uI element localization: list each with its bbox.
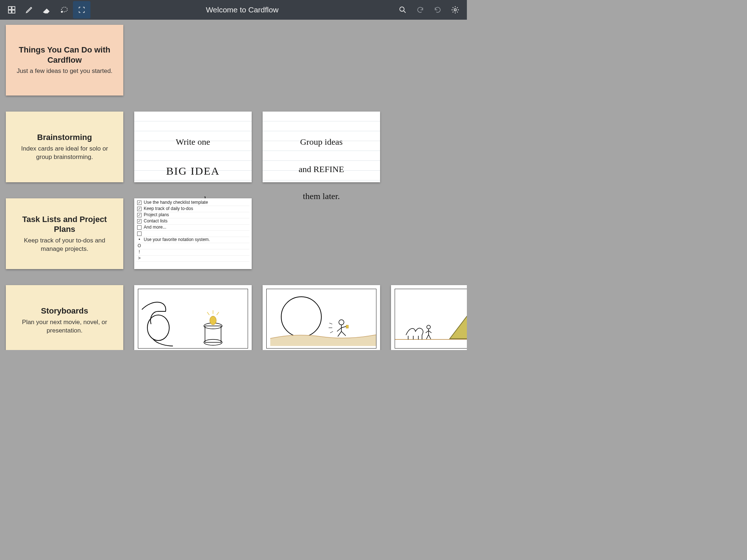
checkbox-icon: [137, 225, 142, 230]
list-item-label: Use the handy checklist template: [144, 199, 208, 206]
hand-line: them later.: [303, 191, 340, 201]
list-item-label: Project plans: [144, 212, 169, 218]
redo-icon: [433, 5, 442, 14]
hand-line: Write one: [176, 137, 210, 147]
eraser-icon: [42, 5, 51, 15]
brainstorm-label-card[interactable]: Brainstorming Index cards are ideal for …: [6, 112, 123, 182]
eraser-button[interactable]: [38, 1, 55, 19]
storyboard-card-3[interactable]: The intrepid explorer takes in the view: [391, 285, 467, 350]
grid-button[interactable]: [3, 1, 20, 19]
storyboards-label-card[interactable]: Storyboards Plan your next movie, novel,…: [6, 285, 123, 350]
storyboard-frame: [138, 289, 248, 349]
brainstorm-subtitle: Index cards are ideal for solo or group …: [13, 145, 116, 162]
brainstorm-title: Brainstorming: [37, 132, 92, 143]
page-title: Welcome to Cardflow: [90, 5, 394, 14]
brainstorm-card-1[interactable]: Write one BIG IDEA per card.: [134, 112, 252, 182]
storyboards-subtitle: Plan your next movie, novel, or presenta…: [13, 318, 116, 335]
toolbar: Welcome to Cardflow: [0, 0, 467, 20]
storyboard-card-1[interactable]: The intrepid explorer discovers the lost…: [134, 285, 252, 350]
brainstorm-card-2[interactable]: Group ideas and REFINE them later.: [263, 112, 380, 182]
handwriting: Group ideas and REFINE them later.: [263, 112, 380, 203]
storyboard-drawing: [138, 289, 248, 348]
intro-card[interactable]: Things You Can Do with Cardflow Just a f…: [6, 25, 123, 96]
settings-button[interactable]: [446, 1, 464, 19]
undo-button[interactable]: [411, 1, 429, 19]
checkbox-icon: [137, 201, 142, 205]
gear-icon: [451, 5, 460, 14]
svg-rect-3: [12, 10, 15, 13]
search-icon: [398, 5, 407, 14]
svg-rect-2: [8, 10, 11, 13]
checkbox-icon: [137, 213, 142, 217]
checkbox-icon: [137, 219, 142, 223]
checkbox-icon: [137, 232, 142, 236]
intro-subtitle: Just a few ideas to get you started.: [17, 67, 113, 75]
svg-point-13: [339, 320, 344, 325]
storyboard-frame: [395, 289, 467, 349]
tasks-label-card[interactable]: Task Lists and Project Plans Keep track …: [6, 198, 123, 269]
storyboard-frame: [266, 289, 376, 349]
list-item: Use the handy checklist template: [136, 200, 249, 206]
bullet-icon: >: [137, 255, 142, 261]
list-item: •Use your favorite notation system.: [136, 237, 249, 243]
storyboards-title: Storyboards: [41, 306, 88, 316]
hand-line: BIG IDEA: [166, 165, 220, 177]
svg-rect-1: [12, 7, 15, 9]
bullet-icon: •: [137, 237, 142, 243]
handwriting: Write one BIG IDEA per card.: [134, 112, 252, 206]
svg-point-12: [281, 297, 321, 337]
list-item: And more...: [136, 225, 249, 231]
svg-rect-0: [8, 7, 11, 9]
hand-line: and REFINE: [299, 164, 344, 174]
search-button[interactable]: [394, 1, 411, 19]
pencil-button[interactable]: [20, 1, 38, 19]
lasso-icon: [59, 5, 69, 15]
list-item-label: Use your favorite notation system.: [144, 237, 210, 243]
lasso-button[interactable]: [55, 1, 73, 19]
list-item-label: Keep track of daily to-dos: [144, 206, 193, 212]
list-item: >: [136, 256, 249, 262]
checklist-card[interactable]: Use the handy checklist template Keep tr…: [134, 198, 252, 269]
undo-icon: [416, 5, 425, 14]
list-item: Project plans: [136, 212, 249, 218]
svg-point-5: [400, 7, 404, 11]
list-item-label: Contact lists: [144, 218, 167, 224]
intro-title: Things You Can Do with Cardflow: [13, 45, 116, 65]
bullet-icon: !: [137, 249, 142, 255]
list-item: !: [136, 249, 249, 256]
svg-point-11: [210, 316, 216, 325]
grid-icon: [7, 5, 16, 14]
svg-point-7: [147, 315, 169, 341]
hand-line: Group ideas: [300, 137, 343, 147]
svg-point-15: [427, 325, 430, 329]
storyboard-drawing: [395, 289, 467, 348]
redo-button[interactable]: [429, 1, 446, 19]
storyboard-card-2[interactable]: The intrepid explorer has a hard day at …: [263, 285, 380, 350]
pencil-icon: [25, 5, 34, 14]
list-item: [136, 231, 249, 237]
list-item-label: And more...: [144, 224, 166, 230]
list-item: Keep track of daily to-dos: [136, 206, 249, 212]
bullet-icon: O: [137, 243, 142, 249]
select-button[interactable]: [73, 1, 90, 19]
canvas[interactable]: Things You Can Do with Cardflow Just a f…: [0, 20, 467, 350]
tasks-subtitle: Keep track of your to-dos and manage pro…: [13, 237, 116, 253]
tasks-title: Task Lists and Project Plans: [13, 214, 116, 234]
list-item: Contact lists: [136, 218, 249, 225]
storyboard-drawing: [267, 289, 376, 348]
svg-rect-14: [346, 325, 348, 328]
svg-point-4: [61, 11, 62, 12]
svg-point-6: [454, 9, 456, 11]
list-item: O: [136, 243, 249, 249]
checkbox-icon: [137, 207, 142, 211]
select-icon: [78, 6, 86, 14]
